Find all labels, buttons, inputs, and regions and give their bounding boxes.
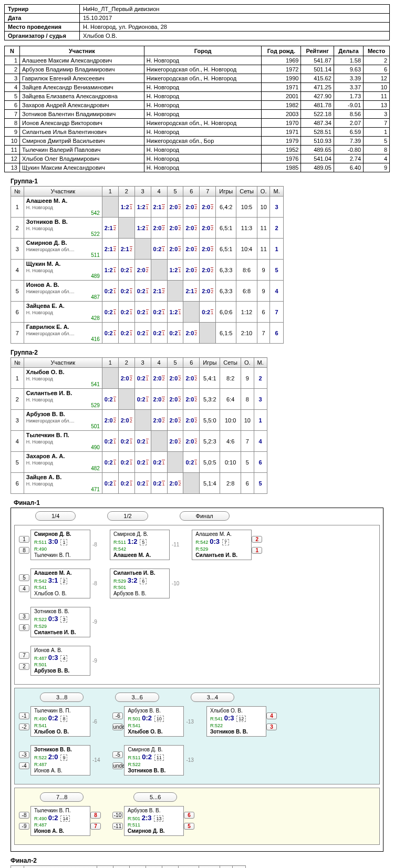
group-row: 3Смирнов Д. В.Нижегородская обл....5112:… [11,239,284,260]
group-row: 4Щукин М. А.Н. Новгород4891:210:212:021:… [11,260,284,281]
bracket-match: -6undefinedАрбузов В. В.R:501 0:2 10R:54… [112,706,195,737]
tournament-info: ТурнирНиНо_ЛТ_Первый дивизион Дата15.10.… [4,4,390,40]
participant-row: 2Арбузов Владимир ВладимировичНижегородс… [5,65,390,74]
bracket-match: Хлыбов О. В.R:541 0:3 12R:522Зотников В.… [206,706,278,737]
participant-row: 13Щукин Максим АлександровичН. Новгород1… [5,163,390,172]
bracket-match: 18Смирнов Д. В.R:511 3:0 1R:490Тылечкин … [19,530,99,560]
participant-row: 3Гаврилюк Евгений АлексеевичНижегородска… [5,74,390,83]
participant-row: 5Зайцева Елизавета АлександровнаН. Новго… [5,92,390,101]
participants-table: NУчастникГород Год рожд.РейтингДельтаМес… [4,46,390,172]
participant-row: 1Алашеев Максим АлександровичН. Новгород… [5,56,390,65]
bracket-match: Силантьев И. В.R:529 3:2 6R:501Арбузов В… [110,569,181,599]
bracket-match: 54Алашеев М. А.R:542 3:1 2R:541Хлыбов О.… [19,569,99,599]
group-row: 5Захаров А. А.Н. Новгород4820:210:210:21… [11,452,267,473]
participant-row: 10Смирнов Дмитрий ВасильевичНижегородска… [5,137,390,146]
bracket-match: -8-9Тылечкин В. П.R:490 0:2 14R:487Ионов… [19,806,102,836]
group-row: 6Зайцева Е. А.Н. Новгород4280:210:210:21… [11,302,284,323]
group-row: 3Арбузов В. В.Нижегородская обл....5012:… [11,410,267,431]
group-row: 6Зайцев А. В.Н. Новгород4710:210:210:210… [11,473,267,494]
participant-row: 4Зайцев Александр ВениаминовичН. Новгоро… [5,83,390,92]
participant-row: 8Ионов Александр ВикторовичНижегородская… [5,119,390,128]
bracket-match: 72Ионов А. В.R:487 0:3 4R:501Арбузов В. … [19,646,99,676]
bracket-match: 36Зотников В. В.R:522 0:3 3R:529Силантье… [19,607,99,637]
group-row: 1Алашеев М. А.Н. Новгород5421:211:212:12… [11,197,284,218]
group-row: 2Силантьев И. В.Н. Новгород5290:210:212:… [11,389,267,410]
group-row: 5Ионов А. В.Нижегородская обл....4870:21… [11,281,284,302]
participant-row: 12Хлыбов Олег ВладимировичН. Новгород197… [5,154,390,163]
participant-row: 6Захаров Андрей АлександровичН. Новгород… [5,101,390,110]
bracket-match: Смирнов Д. В.R:511 1:2 5R:542Алашеев М. … [110,530,181,560]
group-row: 7Гаврилюк Е. А.Нижегородская обл....4160… [11,323,284,344]
bracket-match: -1-2Тылечкин В. П.R:490 0:2 8R:541Хлыбов… [19,706,102,737]
group-table: №Участник1234567ИгрыСетыО.М.1Алашеев М. … [11,186,284,344]
group-table: №Участник123456ИгрыСетыО.М.1Хлыбов О. В.… [11,357,267,494]
bracket-match: Алашеев М. А.R:542 0:3 7R:529Силантьев И… [192,530,263,560]
bracket-match: -10-11Арбузов В. В.R:501 2:3 13R:511Смир… [112,806,195,836]
final1-bracket: 1/4 1/2 Финал 18Смирнов Д. В.R:511 3:0 1… [11,508,383,852]
group-row: 2Зотников В. В.Н. Новгород5222:121:212:0… [11,218,284,239]
final2-title: Финал-2 [11,857,390,864]
participant-row: 9Силантьев Илья ВалентиновичН. Новгород1… [5,128,390,137]
final1-title: Финал-1 [14,499,390,507]
group-row: 4Тылечкин В. П.Н. Новгород4900:210:210:2… [11,431,267,452]
group-row: 1Хлыбов О. В.Н. Новгород5412:020:212:022… [11,368,267,389]
participant-row: 11Тылечкин Валерий ПавловичН. Новгород19… [5,146,390,154]
bracket-match: -5undefinedСмирнов Д. В.R:511 0:2 11R:52… [112,745,195,776]
final2-table: №Участник12345ИгрыСетыО.М.1Щукин М. А.Н.… [11,865,246,868]
bracket-match: -3-4Зотников В. В.R:522 2:0 9R:487Ионов … [19,745,102,776]
participant-row: 7Зотников Валентин ВладимировичН. Новгор… [5,110,390,119]
